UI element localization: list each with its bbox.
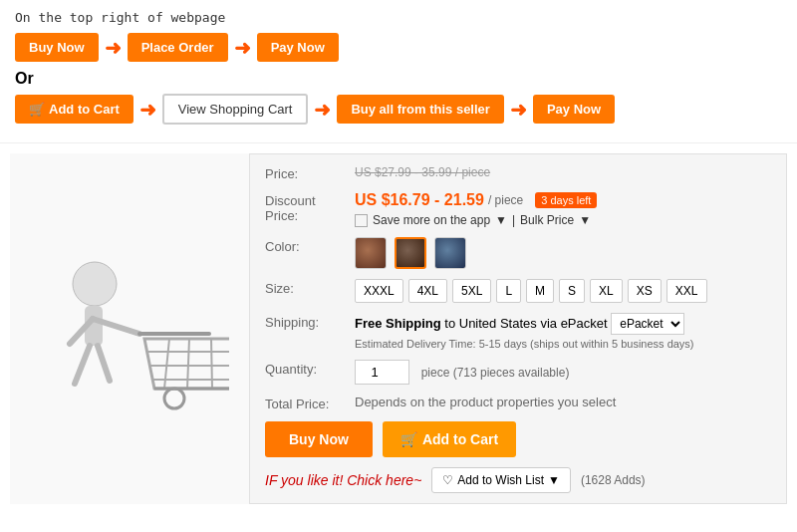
color-label: Color: [265, 237, 355, 254]
shipping-info: Free Shipping to United States via ePack… [355, 313, 771, 350]
size-button-4xl[interactable]: 4XL [408, 279, 447, 303]
arrow-icon-5: ➜ [510, 98, 527, 122]
price-unit: / piece [488, 193, 523, 207]
heart-icon: ♡ [442, 473, 453, 487]
shipping-label: Shipping: [265, 313, 355, 330]
buy-from-seller-button[interactable]: Buy all from this seller [337, 95, 503, 124]
view-shopping-cart-button[interactable]: View Shopping Cart [162, 94, 309, 125]
size-button-5xl[interactable]: 5XL [452, 279, 491, 303]
cart-icon-top: 🛒 [29, 102, 45, 117]
save-checkbox[interactable] [355, 214, 368, 227]
dropdown-arrow-wish: ▼ [548, 473, 560, 487]
arrow-icon-2: ➜ [234, 36, 251, 60]
arrow-icon-4: ➜ [314, 98, 331, 122]
total-value: Depends on the product properties you se… [355, 395, 771, 409]
quantity-available-text: piece (713 pieces available) [421, 366, 570, 380]
size-button-xs[interactable]: XS [628, 279, 662, 303]
shipping-row: Shipping: Free Shipping to United States… [265, 313, 771, 350]
size-button-xxl[interactable]: XXL [666, 279, 707, 303]
arrow-icon-1: ➜ [105, 36, 122, 60]
size-button-s[interactable]: S [559, 279, 585, 303]
or-label: Or [15, 70, 782, 88]
save-more-text: Save more on the app [373, 213, 490, 227]
product-image-area [10, 153, 249, 504]
total-price-row: Total Price: Depends on the product prop… [265, 395, 771, 411]
quantity-row: Quantity: piece (713 pieces available) [265, 360, 771, 385]
size-label: Size: [265, 279, 355, 296]
quantity-label: Quantity: [265, 360, 355, 377]
color-swatches [355, 237, 771, 269]
shipping-method-select[interactable]: ePacket [611, 313, 684, 335]
size-button-m[interactable]: M [526, 279, 554, 303]
free-shipping-text: Free Shipping [355, 316, 441, 331]
top-section: On the top right of webpage Buy Now ➜ Pl… [0, 0, 797, 143]
price-original: US $27.99 - 35.99 / piece [355, 164, 771, 179]
discount-price-text: US $16.79 - 21.59 [355, 191, 484, 209]
shipping-to-text: to United States via ePacket [444, 316, 607, 331]
product-details-panel: Price: US $27.99 - 35.99 / piece Discoun… [249, 153, 787, 504]
svg-line-7 [164, 339, 169, 389]
discount-price-row: Discount Price: US $16.79 - 21.59 / piec… [265, 191, 771, 227]
buy-now-button-main[interactable]: Buy Now [265, 421, 373, 457]
action-buttons: Buy Now 🛒 Add to Cart [265, 421, 771, 457]
flow2-row: 🛒 Add to Cart ➜ View Shopping Cart ➜ Buy… [15, 94, 782, 125]
price-row: Price: US $27.99 - 35.99 / piece [265, 164, 771, 181]
flow1-row: Buy Now ➜ Place Order ➜ Pay Now [15, 33, 782, 62]
days-left-badge: 3 days left [535, 192, 597, 208]
shipping-estimate-text: Estimated Delivery Time: 5-15 days (ship… [355, 338, 771, 350]
dropdown-arrow-bulk: ▼ [579, 213, 591, 227]
color-swatch-3[interactable] [434, 237, 466, 269]
main-content: Price: US $27.99 - 35.99 / piece Discoun… [0, 143, 797, 514]
wish-list-button[interactable]: ♡ Add to Wish List ▼ [431, 467, 571, 493]
svg-line-8 [187, 339, 189, 389]
svg-line-5 [98, 346, 110, 381]
if-you-like-text: IF you like it! Chick here~ [265, 472, 421, 488]
place-order-button[interactable]: Place Order [128, 33, 228, 62]
bulk-price-divider: | [512, 213, 515, 227]
adds-count-text: (1628 Adds) [581, 473, 646, 487]
color-swatch-2[interactable] [395, 237, 426, 269]
size-row: Size: XXXL4XL5XLLMSXLXSXXL [265, 279, 771, 303]
svg-line-9 [211, 339, 212, 389]
size-button-l[interactable]: L [496, 279, 521, 303]
size-buttons-container: XXXL4XL5XLLMSXLXSXXL [355, 279, 771, 303]
quantity-value-container: piece (713 pieces available) [355, 360, 771, 385]
color-swatch-1[interactable] [355, 237, 387, 269]
svg-point-0 [73, 262, 117, 306]
product-image [30, 219, 229, 438]
dropdown-arrow-save: ▼ [495, 213, 507, 227]
bulk-price-text: Bulk Price [520, 213, 574, 227]
wish-list-label: Add to Wish List [457, 473, 544, 487]
buy-now-button-top[interactable]: Buy Now [15, 33, 99, 62]
add-to-cart-button-top[interactable]: 🛒 Add to Cart [15, 95, 133, 124]
cart-icon-main: 🛒 [400, 431, 417, 447]
price-label: Price: [265, 164, 355, 181]
arrow-icon-3: ➜ [139, 98, 156, 122]
size-button-xxxl[interactable]: XXXL [355, 279, 403, 303]
svg-point-14 [164, 389, 184, 408]
save-more-row: Save more on the app ▼ | Bulk Price ▼ [355, 213, 771, 227]
wish-list-row: IF you like it! Chick here~ ♡ Add to Wis… [265, 467, 771, 493]
discount-price-value: US $16.79 - 21.59 / piece 3 days left Sa… [355, 191, 771, 227]
quantity-input[interactable] [355, 360, 409, 385]
original-price-text: US $27.99 - 35.99 / piece [355, 165, 490, 179]
discount-label: Discount Price: [265, 191, 355, 223]
size-button-xl[interactable]: XL [590, 279, 623, 303]
color-row: Color: [265, 237, 771, 269]
pay-now-button-2[interactable]: Pay Now [533, 95, 615, 124]
svg-line-4 [75, 346, 90, 384]
total-label: Total Price: [265, 395, 355, 411]
add-to-cart-button-main[interactable]: 🛒 Add to Cart [383, 421, 516, 457]
pay-now-button-1[interactable]: Pay Now [257, 33, 339, 62]
instruction-text: On the top right of webpage [15, 10, 782, 25]
